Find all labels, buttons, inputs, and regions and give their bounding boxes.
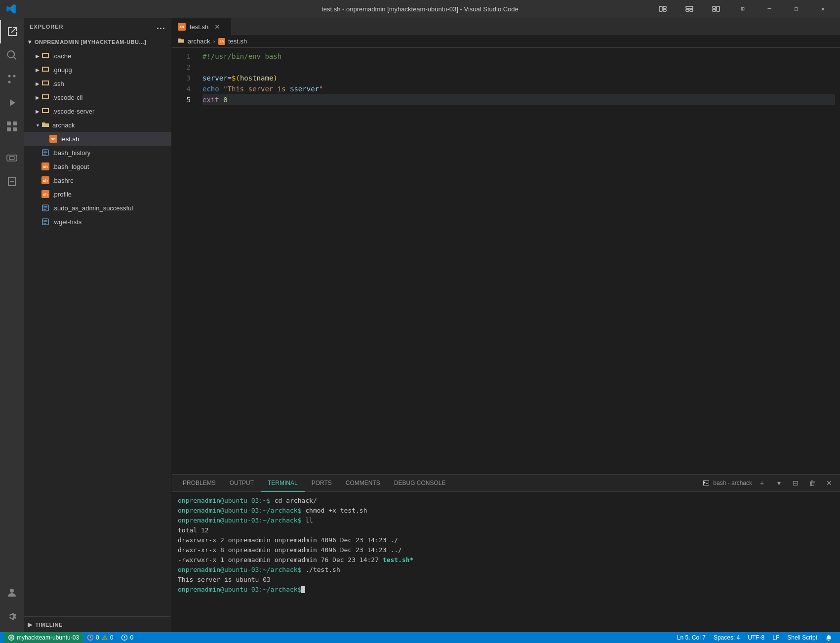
tab-close-btn[interactable]: ✕ — [212, 22, 222, 32]
status-language[interactable]: Shell Script — [783, 632, 821, 643]
tab-terminal[interactable]: TERMINAL — [261, 475, 305, 492]
wget-hsts-label: .wget-hsts — [52, 218, 81, 226]
layout-btn3[interactable] — [705, 1, 727, 16]
line-num-5: 5 — [172, 94, 191, 105]
status-spaces[interactable]: Spaces: 4 — [710, 632, 744, 643]
status-encoding[interactable]: UTF-8 — [744, 632, 768, 643]
tree-item-gnupg[interactable]: ▶ .gnupg — [24, 63, 171, 77]
activity-source-control[interactable] — [0, 67, 24, 91]
layout-btn[interactable] — [651, 1, 674, 16]
cache-icon — [41, 51, 49, 61]
add-terminal-btn[interactable]: + — [755, 476, 769, 490]
tab-output[interactable]: OUTPUT — [223, 475, 261, 492]
warning-count: 0 — [110, 634, 114, 641]
vscode-cli-icon — [41, 93, 49, 102]
status-line-col[interactable]: Ln 5, Col 7 — [673, 632, 710, 643]
term-out-9: This server is ubuntu-03 — [178, 576, 271, 583]
explorer-more-btn[interactable]: ... — [157, 21, 165, 32]
close-panel-btn[interactable]: ✕ — [822, 476, 836, 490]
tab-ports[interactable]: PORTS — [305, 475, 339, 492]
window-controls: ⊞ — ❒ ✕ — [651, 1, 834, 16]
tree-item-test-sh[interactable]: sh test.sh — [24, 132, 171, 146]
timeline-section[interactable]: ▶ TIMELINE — [24, 616, 171, 632]
svg-rect-12 — [7, 121, 11, 125]
breadcrumb-file[interactable]: test.sh — [228, 38, 247, 45]
restore-btn[interactable]: ❒ — [785, 1, 807, 16]
terminal-content[interactable]: onpremadmin@ubuntu-03:~$ cd archack/ onp… — [172, 492, 840, 632]
explorer-title: Explorer — [30, 24, 64, 30]
bash-history-icon — [41, 149, 49, 157]
svg-rect-8 — [713, 9, 716, 11]
terminal-dropdown-btn[interactable]: ▾ — [772, 476, 786, 490]
tree-item-vscode-server[interactable]: ▶ .vscode-server — [24, 104, 171, 118]
activity-extensions[interactable] — [0, 115, 24, 138]
status-bar: myhackteam-ubuntu-03 0 0 0 Ln 5, Col 7 S… — [0, 632, 840, 643]
root-label: ONPREMADMIN [MYHACKTEAM-UBU...] — [35, 39, 146, 45]
ssh-icon — [41, 79, 49, 88]
tree-item-sudo-admin[interactable]: ▶ .sudo_as_admin_successful — [24, 201, 171, 215]
status-notifications2[interactable] — [821, 632, 836, 643]
tree-item-wget-hsts[interactable]: ▶ .wget-hsts — [24, 215, 171, 229]
svg-point-11 — [8, 75, 11, 78]
breadcrumb-folder[interactable]: archack — [188, 38, 210, 45]
tree-item-vscode-cli[interactable]: ▶ .vscode-cli — [24, 90, 171, 104]
term-prompt-1: onpremadmin@ubuntu-03:~$ — [178, 497, 271, 504]
activity-search[interactable] — [0, 43, 24, 67]
activity-remote[interactable] — [0, 146, 24, 170]
activity-bottom — [0, 581, 24, 632]
tree-item-profile[interactable]: ▶ sh .profile — [24, 187, 171, 201]
term-out-5: drwxrwxr-x 2 onpremadmin onpremadmin 409… — [178, 536, 398, 544]
tree-item-bash-logout[interactable]: ▶ sh .bash_logout — [24, 160, 171, 173]
tree-item-bashrc[interactable]: ▶ sh .bashrc — [24, 173, 171, 187]
svg-rect-2 — [663, 9, 666, 11]
tab-problems[interactable]: PROBLEMS — [176, 475, 223, 492]
split-terminal-btn[interactable]: ⊟ — [789, 476, 802, 490]
activity-settings[interactable] — [0, 604, 24, 628]
status-remote[interactable]: myhackteam-ubuntu-03 — [4, 632, 83, 643]
tab-debug-console[interactable]: DEBUG CONSOLE — [387, 475, 453, 492]
term-prompt-3: onpremadmin@ubuntu-03:~/archack$ — [178, 517, 301, 524]
error-icon — [87, 634, 94, 641]
remote-icon — [8, 634, 15, 641]
svg-rect-3 — [686, 6, 693, 8]
activity-run[interactable] — [0, 91, 24, 115]
term-out-7b: test.sh* — [383, 556, 414, 563]
panel-right-controls: bash - archack + ▾ ⊟ 🗑 ✕ — [702, 476, 836, 490]
status-errors[interactable]: 0 0 — [83, 632, 117, 643]
wget-hsts-icon — [41, 218, 49, 226]
ssh-label: .ssh — [52, 80, 64, 87]
tree-item-bash-history[interactable]: ▶ .bash_history — [24, 146, 171, 160]
layout-btn4[interactable]: ⊞ — [731, 1, 754, 16]
layout-btn2[interactable] — [678, 1, 701, 16]
vscode-logo-icon — [6, 3, 17, 14]
term-out-6: drwxr-xr-x 8 onpremadmin onpremadmin 409… — [178, 546, 402, 554]
gnupg-arrow: ▶ — [34, 66, 41, 74]
activity-accounts[interactable] — [0, 581, 24, 604]
status-line-ending[interactable]: LF — [768, 632, 783, 643]
activity-notebooks[interactable] — [0, 170, 24, 194]
close-btn[interactable]: ✕ — [811, 1, 834, 16]
tree-root[interactable]: ▾ ONPREMADMIN [MYHACKTEAM-UBU...] — [24, 35, 171, 49]
archack-arrow: ▾ — [34, 121, 41, 129]
code-line-4: echo "This server is $server" — [202, 83, 835, 94]
tree-item-ssh[interactable]: ▶ .ssh — [24, 77, 171, 90]
breadcrumb-sep: › — [213, 38, 215, 45]
tree-item-archack[interactable]: ▾ archack — [24, 118, 171, 132]
status-notifications[interactable]: 0 — [117, 632, 137, 643]
code-area[interactable]: #!/usr/bin/env bash server=$(hostname) e… — [197, 48, 835, 474]
term-prompt-10: onpremadmin@ubuntu-03:~/archack$ — [178, 586, 301, 593]
activity-explorer[interactable] — [0, 20, 24, 43]
gnupg-icon — [41, 65, 49, 75]
tab-test-sh[interactable]: sh test.sh ✕ — [172, 18, 231, 35]
tab-comments[interactable]: COMMENTS — [339, 475, 387, 492]
kill-terminal-btn[interactable]: 🗑 — [805, 476, 819, 490]
bell-icon — [825, 634, 832, 641]
vscode-server-icon — [41, 107, 49, 116]
tree-item-cache[interactable]: ▶ .cache — [24, 49, 171, 63]
svg-point-10 — [13, 75, 16, 78]
term-line-3: onpremadmin@ubuntu-03:~/archack$ ll — [178, 516, 834, 525]
minimize-btn[interactable]: — — [758, 1, 781, 16]
terminal-shell-icon — [702, 479, 710, 487]
language-text: Shell Script — [787, 634, 817, 641]
term-cmd-3: ll — [301, 517, 313, 524]
